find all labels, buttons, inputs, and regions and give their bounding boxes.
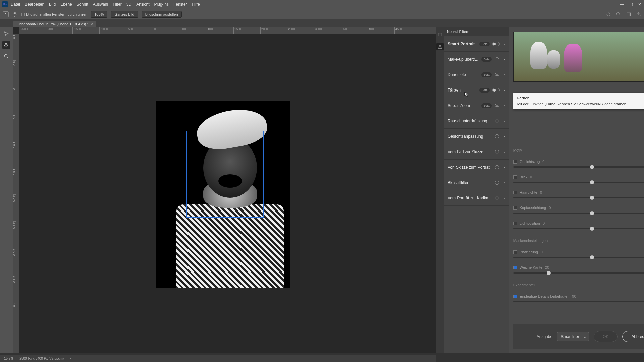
menu-bild[interactable]: Bild: [49, 2, 56, 7]
minimize-icon[interactable]: —: [620, 2, 625, 7]
show-original-button[interactable]: [520, 333, 527, 340]
maximize-icon[interactable]: ▢: [629, 2, 633, 7]
slider-track[interactable]: [513, 197, 644, 198]
move-tool[interactable]: [2, 29, 10, 38]
filter-toggle[interactable]: [492, 88, 500, 92]
slider-track[interactable]: [513, 272, 644, 274]
slider-checkbox[interactable]: [513, 295, 517, 298]
fit-screen-button[interactable]: Ganzes Bild: [111, 11, 138, 18]
document-tab[interactable]: Unbenannt-1 bei 15,7% (Ebene 1, RGB/8) *…: [13, 21, 96, 27]
workspace-icon[interactable]: [626, 12, 631, 17]
status-chevron-icon[interactable]: ›: [70, 357, 71, 360]
menu-3d[interactable]: 3D: [126, 2, 131, 7]
slider-handle[interactable]: [590, 227, 594, 231]
slider-track[interactable]: [513, 228, 644, 229]
info-icon[interactable]: [494, 134, 500, 139]
beta-badge: Beta: [481, 72, 492, 77]
slider-checkbox[interactable]: [513, 222, 517, 225]
slider-handle[interactable]: [590, 180, 594, 184]
slider-checkbox[interactable]: [513, 206, 517, 210]
scroll-all-windows-checkbox[interactable]: Bildlauf in allen Fenstern durchführen: [21, 12, 87, 16]
slider-track[interactable]: [513, 182, 644, 183]
slider-checkbox[interactable]: [513, 175, 517, 179]
slider-label: Lichtposition: [520, 221, 540, 225]
filter-name: Gesichtsanpassung: [448, 134, 492, 139]
reference-image-preview[interactable]: [513, 32, 644, 82]
download-icon[interactable]: [494, 57, 500, 62]
info-icon[interactable]: [494, 118, 500, 124]
slider-track[interactable]: [513, 166, 644, 168]
slider-handle[interactable]: [547, 271, 551, 275]
menu-plug-ins[interactable]: Plug-ins: [154, 2, 169, 7]
filter-row-5[interactable]: Rauschunterdrückung›: [444, 113, 509, 129]
filter-toggle[interactable]: [492, 42, 500, 46]
slider-handle[interactable]: [590, 211, 594, 215]
cancel-button[interactable]: Abbrechen: [622, 331, 644, 342]
slider-value: 0: [549, 206, 551, 210]
menu-ansicht[interactable]: Ansicht: [136, 2, 149, 7]
slider-row: Platzierung0: [513, 250, 644, 258]
menu-fenster[interactable]: Fenster: [173, 2, 187, 7]
svg-point-3: [4, 54, 7, 57]
info-icon[interactable]: [494, 149, 500, 155]
cloud-docs-icon[interactable]: [606, 12, 611, 17]
hand-tool[interactable]: [2, 41, 10, 49]
close-icon[interactable]: ✕: [637, 2, 642, 7]
slider-label: Kopfausrichtung: [520, 206, 546, 210]
canvas[interactable]: [19, 34, 436, 353]
ok-button[interactable]: OK: [594, 331, 618, 342]
menu-datei[interactable]: Datei: [11, 2, 20, 7]
filter-row-2[interactable]: DunsttiefeBeta›: [444, 67, 509, 82]
slider-checkbox[interactable]: [513, 191, 517, 194]
download-icon[interactable]: [494, 72, 500, 77]
menu-bearbeiten[interactable]: Bearbeiten: [25, 2, 44, 7]
close-tab-icon[interactable]: ✕: [90, 22, 93, 26]
menu-schrift[interactable]: Schrift: [77, 2, 88, 7]
slider-row: Gesichtszug0: [513, 160, 644, 168]
slider-handle[interactable]: [590, 196, 594, 200]
slider-value: 20: [545, 265, 549, 269]
slider-value: 0: [540, 190, 542, 194]
back-button[interactable]: [3, 11, 9, 17]
menu-auswahl[interactable]: Auswahl: [93, 2, 108, 7]
slider-row: Weiche Kante20: [513, 265, 644, 274]
search-icon[interactable]: [616, 12, 621, 17]
slider-track[interactable]: [513, 301, 644, 302]
output-select[interactable]: Smartfilter: [557, 332, 589, 341]
zoom-tool[interactable]: [2, 52, 10, 60]
filter-row-8[interactable]: Von Skizze zum Porträt›: [444, 160, 509, 175]
filter-group-beta-icon[interactable]: [436, 43, 444, 50]
slider-track[interactable]: [513, 213, 644, 214]
filter-row-9[interactable]: Bleistiftfilter›: [444, 175, 509, 190]
fill-screen-button[interactable]: Bildschirm ausfüllen: [142, 11, 182, 18]
hand-tool-icon[interactable]: [12, 11, 18, 17]
filter-row-1[interactable]: Make-up übertr...Beta›: [444, 52, 509, 67]
filter-row-4[interactable]: Super ZoomBeta›: [444, 98, 509, 113]
download-icon[interactable]: [494, 103, 500, 108]
slider-handle[interactable]: [590, 255, 594, 259]
filter-row-7[interactable]: Vom Bild zur Skizze›: [444, 144, 509, 160]
slider-checkbox[interactable]: [513, 160, 517, 164]
svg-rect-2: [627, 13, 630, 16]
filter-row-6[interactable]: Gesichtsanpassung›: [444, 129, 509, 144]
menu-filter[interactable]: Filter: [113, 2, 122, 7]
info-icon[interactable]: [494, 195, 500, 201]
slider-checkbox[interactable]: [513, 266, 517, 269]
chevron-right-icon: ›: [504, 72, 505, 77]
panel-footer: Ausgabe Smartfilter ⌄ OK Abbrechen: [513, 324, 644, 349]
info-icon[interactable]: [494, 165, 500, 170]
filter-row-10[interactable]: Vom Porträt zur Karika...›: [444, 190, 509, 206]
share-icon[interactable]: [636, 12, 641, 17]
options-bar: Bildlauf in allen Fenstern durchführen 1…: [0, 9, 644, 19]
filter-group-portrait-icon[interactable]: [436, 31, 444, 38]
filter-row-0[interactable]: Smart PortraitBeta›: [444, 36, 509, 52]
slider-handle[interactable]: [590, 165, 594, 169]
slider-checkbox[interactable]: [513, 250, 517, 254]
filter-row-3[interactable]: FärbenBeta›: [444, 82, 509, 98]
filter-name: Super Zoom: [448, 103, 479, 108]
menu-hilfe[interactable]: Hilfe: [192, 2, 200, 7]
slider-track[interactable]: [513, 257, 644, 258]
info-icon[interactable]: [494, 180, 500, 185]
menu-ebene[interactable]: Ebene: [60, 2, 72, 7]
zoom-100-button[interactable]: 100%: [91, 11, 107, 18]
